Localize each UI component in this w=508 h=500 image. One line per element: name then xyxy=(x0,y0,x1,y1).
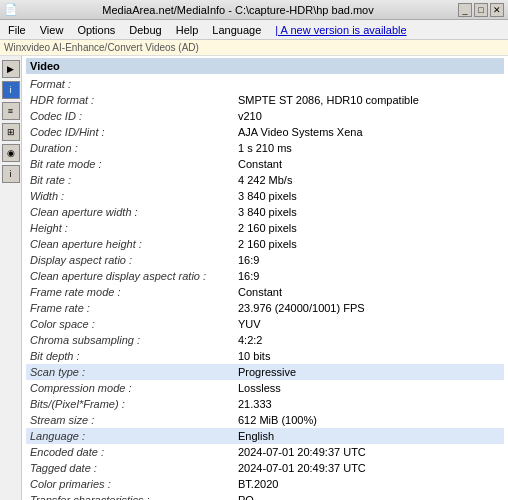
row-label: Format : xyxy=(26,76,236,92)
title-bar-icon: 📄 xyxy=(4,3,18,16)
row-label: Bit depth : xyxy=(26,348,236,364)
row-value: 3 840 pixels xyxy=(236,204,504,220)
info-table: Video Format :HDR format :SMPTE ST 2086,… xyxy=(26,58,504,500)
row-label: HDR format : xyxy=(26,92,236,108)
row-label: Clean aperture display aspect ratio : xyxy=(26,268,236,284)
table-row: Scan type :Progressive xyxy=(26,364,504,380)
row-value: 4:2:2 xyxy=(236,332,504,348)
row-label: Bit rate : xyxy=(26,172,236,188)
row-label: Tagged date : xyxy=(26,460,236,476)
table-row: Language :English xyxy=(26,428,504,444)
main-content: Video Format :HDR format :SMPTE ST 2086,… xyxy=(22,56,508,500)
table-row: Codec ID/Hint :AJA Video Systems Xena xyxy=(26,124,504,140)
row-value: 4 242 Mb/s xyxy=(236,172,504,188)
row-value: AJA Video Systems Xena xyxy=(236,124,504,140)
row-value: Constant xyxy=(236,284,504,300)
row-label: Color space : xyxy=(26,316,236,332)
sidebar-icon-info2[interactable]: i xyxy=(2,165,20,183)
row-value: 23.976 (24000/1001) FPS xyxy=(236,300,504,316)
row-label: Bit rate mode : xyxy=(26,156,236,172)
sidebar-icon-circle[interactable]: ◉ xyxy=(2,144,20,162)
row-label: Codec ID/Hint : xyxy=(26,124,236,140)
row-value: 2 160 pixels xyxy=(236,220,504,236)
row-label: Color primaries : xyxy=(26,476,236,492)
sidebar-icon-grid[interactable]: ⊞ xyxy=(2,123,20,141)
table-row: Bits/(Pixel*Frame) :21.333 xyxy=(26,396,504,412)
table-row: HDR format :SMPTE ST 2086, HDR10 compati… xyxy=(26,92,504,108)
row-label: Width : xyxy=(26,188,236,204)
table-row: Clean aperture width :3 840 pixels xyxy=(26,204,504,220)
table-row: Tagged date :2024-07-01 20:49:37 UTC xyxy=(26,460,504,476)
row-value: 16:9 xyxy=(236,252,504,268)
sidebar-icon-info[interactable]: i xyxy=(2,81,20,99)
row-label: Clean aperture width : xyxy=(26,204,236,220)
ad-text: Winxvideo AI-Enhance/Convert Videos (AD) xyxy=(4,42,199,53)
row-label: Chroma subsampling : xyxy=(26,332,236,348)
table-row: Color primaries :BT.2020 xyxy=(26,476,504,492)
row-value: Constant xyxy=(236,156,504,172)
table-row: Display aspect ratio :16:9 xyxy=(26,252,504,268)
row-value: SMPTE ST 2086, HDR10 compatible xyxy=(236,92,504,108)
table-row: Encoded date :2024-07-01 20:49:37 UTC xyxy=(26,444,504,460)
row-value: YUV xyxy=(236,316,504,332)
row-value: 10 bits xyxy=(236,348,504,364)
menu-bar: File View Options Debug Help Language | … xyxy=(0,20,508,40)
row-value: PQ xyxy=(236,492,504,500)
row-value: 2024-07-01 20:49:37 UTC xyxy=(236,444,504,460)
table-row: Chroma subsampling :4:2:2 xyxy=(26,332,504,348)
row-value: 2024-07-01 20:49:37 UTC xyxy=(236,460,504,476)
row-value: 2 160 pixels xyxy=(236,236,504,252)
sidebar-icon-list[interactable]: ≡ xyxy=(2,102,20,120)
title-bar: 📄 MediaArea.net/MediaInfo - C:\capture-H… xyxy=(0,0,508,20)
format-section-header: Video xyxy=(26,58,504,74)
menu-language[interactable]: Language xyxy=(206,22,267,38)
row-label: Transfer characteristics : xyxy=(26,492,236,500)
row-value: 16:9 xyxy=(236,268,504,284)
row-label: Codec ID : xyxy=(26,108,236,124)
menu-options[interactable]: Options xyxy=(71,22,121,38)
row-label: Language : xyxy=(26,428,236,444)
table-row: Clean aperture display aspect ratio :16:… xyxy=(26,268,504,284)
sidebar-icon-play[interactable]: ▶ xyxy=(2,60,20,78)
ad-bar[interactable]: Winxvideo AI-Enhance/Convert Videos (AD) xyxy=(0,40,508,56)
table-row: Format : xyxy=(26,76,504,92)
table-row: Bit rate mode :Constant xyxy=(26,156,504,172)
table-row: Duration :1 s 210 ms xyxy=(26,140,504,156)
close-button[interactable]: ✕ xyxy=(490,3,504,17)
row-value: 21.333 xyxy=(236,396,504,412)
menu-update: | A new version is available xyxy=(269,22,412,38)
row-label: Encoded date : xyxy=(26,444,236,460)
menu-debug[interactable]: Debug xyxy=(123,22,167,38)
table-row: Bit rate :4 242 Mb/s xyxy=(26,172,504,188)
maximize-button[interactable]: □ xyxy=(474,3,488,17)
minimize-button[interactable]: _ xyxy=(458,3,472,17)
table-row: Frame rate mode :Constant xyxy=(26,284,504,300)
row-value: 1 s 210 ms xyxy=(236,140,504,156)
row-label: Stream size : xyxy=(26,412,236,428)
title-bar-title: MediaArea.net/MediaInfo - C:\capture-HDR… xyxy=(18,4,458,16)
row-label: Scan type : xyxy=(26,364,236,380)
row-value: v210 xyxy=(236,108,504,124)
row-label: Compression mode : xyxy=(26,380,236,396)
table-row: Frame rate :23.976 (24000/1001) FPS xyxy=(26,300,504,316)
row-value: Lossless xyxy=(236,380,504,396)
row-label: Height : xyxy=(26,220,236,236)
row-label: Duration : xyxy=(26,140,236,156)
row-value: English xyxy=(236,428,504,444)
table-row: Codec ID :v210 xyxy=(26,108,504,124)
table-row: Compression mode :Lossless xyxy=(26,380,504,396)
menu-file[interactable]: File xyxy=(2,22,32,38)
row-label: Bits/(Pixel*Frame) : xyxy=(26,396,236,412)
table-row: Clean aperture height :2 160 pixels xyxy=(26,236,504,252)
row-label: Frame rate mode : xyxy=(26,284,236,300)
menu-view[interactable]: View xyxy=(34,22,70,38)
table-row: Height :2 160 pixels xyxy=(26,220,504,236)
sidebar: ▶ i ≡ ⊞ ◉ i xyxy=(0,56,22,500)
menu-help[interactable]: Help xyxy=(170,22,205,38)
row-label: Display aspect ratio : xyxy=(26,252,236,268)
table-row: Color space :YUV xyxy=(26,316,504,332)
table-row: Stream size :612 MiB (100%) xyxy=(26,412,504,428)
table-row: Transfer characteristics :PQ xyxy=(26,492,504,500)
row-value: BT.2020 xyxy=(236,476,504,492)
row-value: Progressive xyxy=(236,364,504,380)
